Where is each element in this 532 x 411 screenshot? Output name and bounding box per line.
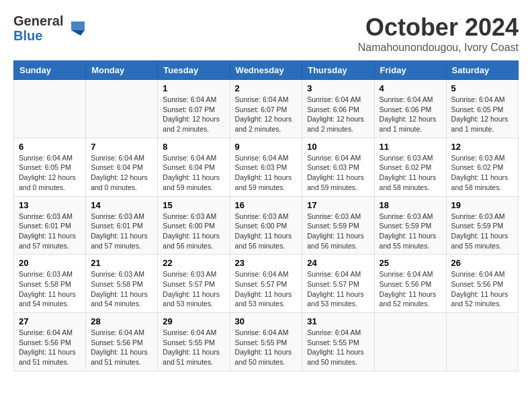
- day-info: Sunrise: 6:04 AMSunset: 5:57 PMDaylight:…: [307, 269, 369, 309]
- calendar-cell: 1Sunrise: 6:04 AMSunset: 6:07 PMDaylight…: [158, 80, 230, 138]
- calendar-cell: 24Sunrise: 6:04 AMSunset: 5:57 PMDayligh…: [302, 255, 374, 313]
- calendar-week-row: 13Sunrise: 6:03 AMSunset: 6:01 PMDayligh…: [14, 196, 519, 255]
- day-number: 16: [235, 200, 298, 210]
- day-number: 6: [19, 142, 81, 152]
- weekday-header: Wednesday: [230, 61, 302, 80]
- calendar-cell: 13Sunrise: 6:03 AMSunset: 6:01 PMDayligh…: [14, 196, 86, 255]
- calendar-cell: 6Sunrise: 6:04 AMSunset: 6:05 PMDaylight…: [14, 138, 86, 196]
- weekday-header: Friday: [374, 61, 446, 80]
- day-info: Sunrise: 6:04 AMSunset: 6:03 PMDaylight:…: [235, 153, 298, 193]
- calendar-cell: 11Sunrise: 6:03 AMSunset: 6:02 PMDayligh…: [374, 138, 446, 196]
- day-number: 28: [91, 316, 152, 326]
- day-info: Sunrise: 6:04 AMSunset: 5:56 PMDaylight:…: [91, 328, 152, 367]
- calendar-cell: 14Sunrise: 6:03 AMSunset: 6:01 PMDayligh…: [86, 196, 158, 255]
- day-info: Sunrise: 6:04 AMSunset: 5:55 PMDaylight:…: [307, 328, 369, 367]
- weekday-header: Tuesday: [158, 61, 230, 80]
- weekday-header: Thursday: [302, 61, 374, 80]
- calendar-week-row: 20Sunrise: 6:03 AMSunset: 5:58 PMDayligh…: [14, 255, 519, 313]
- day-number: 2: [235, 83, 298, 93]
- day-info: Sunrise: 6:04 AMSunset: 5:55 PMDaylight:…: [163, 328, 224, 367]
- page-header: General Blue October 2024 Namahounondoug…: [13, 13, 519, 54]
- day-info: Sunrise: 6:03 AMSunset: 5:57 PMDaylight:…: [163, 269, 224, 309]
- day-number: 20: [19, 258, 81, 268]
- day-number: 17: [307, 200, 369, 210]
- day-number: 12: [451, 142, 513, 152]
- title-area: October 2024 Namahounondougou, Ivory Coa…: [358, 13, 519, 54]
- day-info: Sunrise: 6:03 AMSunset: 5:58 PMDaylight:…: [19, 269, 81, 309]
- logo: General Blue: [13, 13, 86, 43]
- day-number: 29: [163, 316, 224, 326]
- calendar-table: SundayMondayTuesdayWednesdayThursdayFrid…: [13, 60, 519, 371]
- calendar-cell: 16Sunrise: 6:03 AMSunset: 6:00 PMDayligh…: [230, 196, 302, 255]
- weekday-header: Sunday: [14, 61, 86, 80]
- calendar-cell: 20Sunrise: 6:03 AMSunset: 5:58 PMDayligh…: [14, 255, 86, 313]
- day-number: 10: [307, 142, 369, 152]
- day-info: Sunrise: 6:04 AMSunset: 6:05 PMDaylight:…: [451, 95, 513, 134]
- weekday-header: Saturday: [446, 61, 518, 80]
- day-info: Sunrise: 6:04 AMSunset: 6:06 PMDaylight:…: [307, 95, 369, 134]
- logo-icon: [66, 18, 86, 38]
- day-info: Sunrise: 6:04 AMSunset: 6:05 PMDaylight:…: [19, 153, 81, 193]
- calendar-cell: 15Sunrise: 6:03 AMSunset: 6:00 PMDayligh…: [158, 196, 230, 255]
- calendar-cell: [374, 313, 446, 371]
- calendar-cell: 9Sunrise: 6:04 AMSunset: 6:03 PMDaylight…: [230, 138, 302, 196]
- calendar-cell: 4Sunrise: 6:04 AMSunset: 6:06 PMDaylight…: [374, 80, 446, 138]
- day-number: 13: [19, 200, 81, 210]
- calendar-cell: 19Sunrise: 6:03 AMSunset: 5:59 PMDayligh…: [446, 196, 518, 255]
- calendar-week-row: 27Sunrise: 6:04 AMSunset: 5:56 PMDayligh…: [14, 313, 519, 371]
- calendar-cell: 18Sunrise: 6:03 AMSunset: 5:59 PMDayligh…: [374, 196, 446, 255]
- calendar-week-row: 1Sunrise: 6:04 AMSunset: 6:07 PMDaylight…: [14, 80, 519, 138]
- day-number: 26: [451, 258, 513, 268]
- calendar-week-row: 6Sunrise: 6:04 AMSunset: 6:05 PMDaylight…: [14, 138, 519, 196]
- day-number: 15: [163, 200, 224, 210]
- calendar-cell: 17Sunrise: 6:03 AMSunset: 5:59 PMDayligh…: [302, 196, 374, 255]
- day-info: Sunrise: 6:03 AMSunset: 6:01 PMDaylight:…: [19, 212, 81, 251]
- day-info: Sunrise: 6:04 AMSunset: 5:56 PMDaylight:…: [19, 328, 81, 367]
- calendar-cell: [14, 80, 86, 138]
- day-number: 7: [91, 142, 152, 152]
- calendar-header: SundayMondayTuesdayWednesdayThursdayFrid…: [14, 61, 519, 80]
- calendar-cell: 22Sunrise: 6:03 AMSunset: 5:57 PMDayligh…: [158, 255, 230, 313]
- day-info: Sunrise: 6:03 AMSunset: 6:00 PMDaylight:…: [163, 212, 224, 251]
- day-number: 22: [163, 258, 224, 268]
- location-title: Namahounondougou, Ivory Coast: [358, 42, 519, 54]
- calendar-cell: 28Sunrise: 6:04 AMSunset: 5:56 PMDayligh…: [86, 313, 158, 371]
- day-number: 9: [235, 142, 298, 152]
- day-info: Sunrise: 6:03 AMSunset: 6:02 PMDaylight:…: [380, 153, 441, 193]
- day-number: 30: [235, 316, 298, 326]
- day-number: 31: [307, 316, 369, 326]
- day-info: Sunrise: 6:04 AMSunset: 5:56 PMDaylight:…: [451, 269, 513, 309]
- calendar-cell: [86, 80, 158, 138]
- calendar-cell: 10Sunrise: 6:04 AMSunset: 6:03 PMDayligh…: [302, 138, 374, 196]
- day-info: Sunrise: 6:04 AMSunset: 6:07 PMDaylight:…: [235, 95, 298, 134]
- day-number: 27: [19, 316, 81, 326]
- calendar-cell: 27Sunrise: 6:04 AMSunset: 5:56 PMDayligh…: [14, 313, 86, 371]
- day-number: 19: [451, 200, 513, 210]
- day-info: Sunrise: 6:04 AMSunset: 5:57 PMDaylight:…: [235, 269, 298, 309]
- day-info: Sunrise: 6:04 AMSunset: 6:06 PMDaylight:…: [380, 95, 441, 134]
- day-info: Sunrise: 6:03 AMSunset: 5:58 PMDaylight:…: [91, 269, 152, 309]
- logo-blue: Blue: [13, 28, 63, 43]
- calendar-cell: 5Sunrise: 6:04 AMSunset: 6:05 PMDaylight…: [446, 80, 518, 138]
- calendar-body: 1Sunrise: 6:04 AMSunset: 6:07 PMDaylight…: [14, 80, 519, 371]
- day-number: 5: [451, 83, 513, 93]
- calendar-cell: 2Sunrise: 6:04 AMSunset: 6:07 PMDaylight…: [230, 80, 302, 138]
- day-number: 1: [163, 83, 224, 93]
- calendar-cell: 26Sunrise: 6:04 AMSunset: 5:56 PMDayligh…: [446, 255, 518, 313]
- day-number: 24: [307, 258, 369, 268]
- svg-marker-1: [71, 30, 85, 36]
- weekday-header: Monday: [86, 61, 158, 80]
- calendar-cell: 21Sunrise: 6:03 AMSunset: 5:58 PMDayligh…: [86, 255, 158, 313]
- logo-general: General: [13, 13, 63, 28]
- svg-marker-0: [71, 21, 85, 30]
- day-number: 11: [380, 142, 441, 152]
- day-number: 3: [307, 83, 369, 93]
- day-info: Sunrise: 6:04 AMSunset: 6:04 PMDaylight:…: [163, 153, 224, 193]
- day-number: 8: [163, 142, 224, 152]
- day-number: 18: [380, 200, 441, 210]
- day-info: Sunrise: 6:03 AMSunset: 6:00 PMDaylight:…: [235, 212, 298, 251]
- day-info: Sunrise: 6:04 AMSunset: 6:07 PMDaylight:…: [163, 95, 224, 134]
- day-info: Sunrise: 6:04 AMSunset: 5:56 PMDaylight:…: [380, 269, 441, 309]
- calendar-cell: [446, 313, 518, 371]
- calendar-cell: 30Sunrise: 6:04 AMSunset: 5:55 PMDayligh…: [230, 313, 302, 371]
